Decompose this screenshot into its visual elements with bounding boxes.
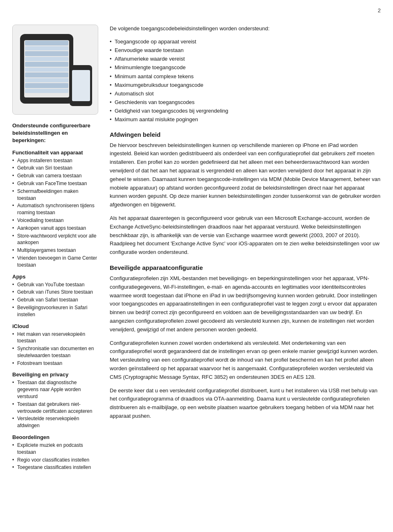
- section-title-beveiligde: Beveiligde apparaatconfiguratie: [110, 264, 381, 271]
- list-item: Toegestane classificaties instellen: [12, 464, 98, 471]
- paragraph: De eerste keer dat u een versleuteld con…: [110, 387, 381, 421]
- list-item: Beveiligingsvoorkeuren in Safari instell…: [12, 304, 98, 318]
- list-item: Toegangscode op apparaat vereist: [110, 38, 381, 45]
- list-item: Geschiedenis van toegangscodes: [110, 99, 381, 106]
- section-items-beoordelingen: Expliciete muziek en podcasts toestaan R…: [12, 442, 98, 471]
- device-image: [12, 25, 98, 115]
- section-title-afdwingen: Afdwingen beleid: [110, 131, 381, 138]
- left-heading: Ondersteunde configureerbare beleidsinst…: [12, 122, 98, 145]
- list-item: Versleutelde reservekopieën afdwingen: [12, 415, 98, 429]
- list-item: Apps installeren toestaan: [12, 157, 98, 164]
- intro-bullet-list: Toegangscode op apparaat vereist Eenvoud…: [110, 38, 381, 124]
- section-label-beveiliging: Beveiliging en privacy: [12, 371, 98, 378]
- list-item: Automatisch synchroniseren tijdens roami…: [12, 202, 98, 216]
- list-item: Regio voor classificaties instellen: [12, 457, 98, 464]
- list-item: Gebruik van camera toestaan: [12, 172, 98, 179]
- list-item: Voicedialing toestaan: [12, 217, 98, 224]
- list-item: Synchronisatie van documenten en sleutel…: [12, 345, 98, 359]
- list-item: Gebruik van Safari toestaan: [12, 297, 98, 303]
- iphone-screen: [72, 70, 90, 101]
- list-item: Gebruik van iTunes Store toestaan: [12, 289, 98, 296]
- section-label-icloud: iCloud: [12, 323, 98, 329]
- list-item: Fotostream toestaan: [12, 360, 98, 367]
- section-label-apps: Apps: [12, 274, 98, 280]
- section-label-beoordelingen: Beoordelingen: [12, 434, 98, 440]
- list-item: Maximum aantal mislukte pogingen: [110, 116, 381, 123]
- list-item: Gebruik van FaceTime toestaan: [12, 180, 98, 187]
- right-column: De volgende toegangscodebeleidsinstellin…: [110, 25, 381, 472]
- paragraph: De hiervoor beschreven beleidsinstelling…: [110, 141, 381, 209]
- list-item: Aankopen vanuit apps toestaan: [12, 225, 98, 232]
- section-items-functionaliteit: Apps installeren toestaan Gebruik van Si…: [12, 157, 98, 269]
- list-item: Vrienden toevoegen in Game Center toesta…: [12, 255, 98, 269]
- section-items-icloud: Het maken van reservekopieën toestaan Sy…: [12, 331, 98, 367]
- list-item: Multiplayergames toestaan: [12, 247, 98, 254]
- ipad-screen: [24, 40, 69, 97]
- section-label-functionaliteit: Functionaliteit van apparaat: [12, 149, 98, 156]
- paragraph: Configuratieprofielen zijn XML-bestanden…: [110, 274, 381, 334]
- list-item: Expliciete muziek en podcasts toestaan: [12, 442, 98, 456]
- list-item: Toestaan dat diagnostische gegevens naar…: [12, 379, 98, 400]
- intro-label: De volgende toegangscodebeleidsinstellin…: [110, 25, 381, 33]
- list-item: Store-wachtwoord verplicht voor alle aan…: [12, 233, 98, 247]
- section-items-beveiliging: Toestaan dat diagnostische gegevens naar…: [12, 379, 98, 429]
- list-item: Toestaan dat gebruikers niet-vertrouwde …: [12, 401, 98, 415]
- left-sections: Functionaliteit van apparaat Apps instal…: [12, 149, 98, 471]
- list-item: Maximumgebruiksduur toegangscode: [110, 81, 381, 89]
- list-item: Minimumlengte toegangscode: [110, 64, 381, 71]
- list-item: Gebruik van Siri toestaan: [12, 165, 98, 172]
- iphone-device: [70, 65, 92, 106]
- list-item: Geldigheid van toegangscodes bij vergren…: [110, 107, 381, 115]
- list-item: Schermafbeeldingen maken toestaan: [12, 188, 98, 202]
- left-column: Ondersteunde configureerbare beleidsinst…: [12, 25, 98, 472]
- list-item: Het maken van reservekopieën toestaan: [12, 331, 98, 345]
- paragraph: Configuratieprofielen kunnen zowel worde…: [110, 339, 381, 382]
- list-item: Gebruik van YouTube toestaan: [12, 281, 98, 288]
- section-items-apps: Gebruik van YouTube toestaan Gebruik van…: [12, 281, 98, 318]
- ipad-device: [20, 34, 73, 104]
- list-item: Minimum aantal complexe tekens: [110, 73, 381, 80]
- list-item: Automatisch slot: [110, 90, 381, 97]
- list-item: Eenvoudige waarde toestaan: [110, 47, 381, 54]
- page-number: 2: [378, 7, 381, 14]
- paragraph: Als het apparaat daarentegen is geconfig…: [110, 214, 381, 257]
- list-item: Alfanumerieke waarde vereist: [110, 55, 381, 63]
